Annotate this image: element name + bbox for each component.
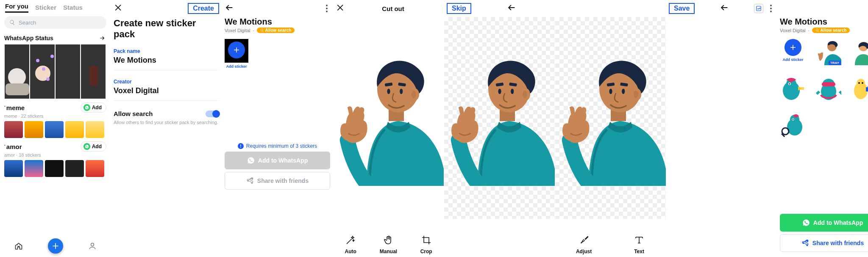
tool-adjust[interactable]: Adjust xyxy=(576,234,592,254)
editor-canvas[interactable] xyxy=(555,17,666,219)
sticker-tile[interactable] xyxy=(851,39,868,66)
tab-status[interactable]: Status xyxy=(63,4,83,13)
creator-name: Voxel Digital xyxy=(225,28,250,33)
save-button[interactable]: Save xyxy=(669,3,695,14)
tool-crop[interactable]: Crop xyxy=(420,234,432,254)
sticker-thumb[interactable] xyxy=(45,121,64,138)
nav-profile[interactable] xyxy=(85,238,100,254)
bottom-nav xyxy=(0,238,111,254)
screen-home: For you Sticker Status Search WhatsApp S… xyxy=(0,0,111,257)
page-title: Create new sticker pack xyxy=(111,17,222,47)
pack-title: amor xyxy=(4,143,22,150)
sticker-thumb[interactable] xyxy=(86,121,104,138)
editor-canvas[interactable] xyxy=(666,17,777,219)
sticker-tile[interactable] xyxy=(780,112,806,139)
tab-for-you[interactable]: For you xyxy=(5,3,28,13)
search-input[interactable]: Search xyxy=(4,16,106,29)
add-label: Add xyxy=(92,105,102,111)
add-pack-button[interactable]: Add xyxy=(81,141,106,152)
sticker-thumb[interactable] xyxy=(86,160,104,177)
add-label: Add xyxy=(92,144,102,149)
tray-badge: TRAY xyxy=(829,61,841,65)
nav-home[interactable] xyxy=(11,238,26,254)
pack-name-label: Pack name xyxy=(114,48,219,54)
screen-decorate-right: Save xyxy=(666,0,777,257)
sticker-thumb[interactable] xyxy=(65,160,84,177)
creator-input[interactable]: Voxel Digital xyxy=(114,86,219,95)
more-menu[interactable] xyxy=(768,2,774,15)
brush-icon xyxy=(578,234,590,246)
create-button[interactable]: Create xyxy=(188,3,219,14)
add-sticker-button[interactable] xyxy=(228,41,245,58)
status-thumb[interactable] xyxy=(81,44,106,99)
close-button[interactable] xyxy=(114,3,123,14)
allow-search-label: Allow search xyxy=(114,110,153,117)
close-button[interactable] xyxy=(336,3,345,14)
back-button[interactable] xyxy=(225,3,234,14)
allow-search-chip: Allow search xyxy=(812,28,850,33)
status-strip xyxy=(0,44,111,99)
tab-sticker[interactable]: Sticker xyxy=(35,4,56,13)
creator-label: Creator xyxy=(114,79,219,85)
editor-title: Cut out xyxy=(382,5,404,12)
screen-create-pack: Create Create new sticker pack Pack name… xyxy=(111,0,222,257)
sticker-thumb[interactable] xyxy=(25,160,43,177)
sticker-thumb[interactable] xyxy=(4,121,23,138)
status-thumb[interactable] xyxy=(4,44,30,99)
status-thumb[interactable] xyxy=(30,44,55,99)
allow-search-hint: Allow others to find your sticker pack b… xyxy=(111,120,222,125)
min-stickers-warning: !Requires minimum of 3 stickers xyxy=(225,143,330,149)
whatsapp-icon xyxy=(83,104,90,111)
back-button[interactable] xyxy=(507,3,516,14)
sticker-thumb[interactable] xyxy=(45,160,64,177)
image-picker-button[interactable] xyxy=(754,4,763,13)
skip-button[interactable]: Skip xyxy=(447,3,471,14)
nav-create[interactable] xyxy=(48,238,63,254)
screen-pack-full: We Motions Voxel Digital· Allow search A… xyxy=(777,0,868,257)
more-menu[interactable] xyxy=(323,2,330,15)
tool-text[interactable]: Text xyxy=(633,234,645,254)
arrow-right-icon[interactable] xyxy=(98,35,106,41)
share-button[interactable]: Share with friends xyxy=(225,172,330,190)
status-thumb[interactable] xyxy=(55,44,81,99)
search-placeholder: Search xyxy=(19,19,36,26)
add-sticker-label: Add sticker xyxy=(780,58,806,62)
search-icon xyxy=(9,19,15,25)
pack-subtitle: amor · 18 stickers xyxy=(4,152,106,158)
sticker-tile[interactable] xyxy=(815,75,842,102)
screen-decorate-left: Adjust Text xyxy=(555,0,666,257)
pack-title: We Motions xyxy=(222,17,333,27)
screen-cutout-left: Cut out Auto Manual Crop xyxy=(333,0,444,257)
sticker-thumb[interactable] xyxy=(4,160,23,177)
wand-icon xyxy=(345,234,356,246)
editor-canvas[interactable] xyxy=(333,17,444,219)
status-heading: WhatsApp Status xyxy=(4,35,53,41)
allow-search-chip: Allow search xyxy=(257,28,295,33)
screen-cutout-right: Skip xyxy=(444,0,555,257)
sticker-tile[interactable] xyxy=(780,75,806,102)
pack-title: We Motions xyxy=(777,17,868,27)
pack-subtitle: meme · 22 stickers xyxy=(4,113,106,119)
sticker-tile[interactable] xyxy=(851,75,868,102)
allow-search-toggle[interactable] xyxy=(206,111,219,117)
add-to-whatsapp-button[interactable]: Add to WhatsApp xyxy=(780,214,868,232)
sticker-thumb[interactable] xyxy=(65,121,84,138)
text-icon xyxy=(633,234,645,246)
pack-name-input[interactable]: We Motions xyxy=(114,56,219,65)
add-to-whatsapp-button[interactable]: Add to WhatsApp xyxy=(225,152,330,169)
pack-title: meme xyxy=(4,104,25,111)
tool-manual[interactable]: Manual xyxy=(380,234,397,254)
crop-icon xyxy=(420,234,432,246)
add-sticker-button[interactable] xyxy=(785,39,801,56)
editor-canvas[interactable] xyxy=(444,17,555,219)
whatsapp-icon xyxy=(83,143,90,150)
creator-name: Voxel Digital xyxy=(780,28,806,33)
add-sticker-label: Add sticker xyxy=(225,64,248,69)
tool-auto[interactable]: Auto xyxy=(345,234,356,254)
back-button[interactable] xyxy=(720,3,729,14)
share-button[interactable]: Share with friends xyxy=(780,234,868,252)
hand-icon xyxy=(382,234,394,246)
add-pack-button[interactable]: Add xyxy=(81,102,106,113)
sticker-thumb[interactable] xyxy=(25,121,43,138)
sticker-tile[interactable]: TRAY xyxy=(815,39,842,66)
